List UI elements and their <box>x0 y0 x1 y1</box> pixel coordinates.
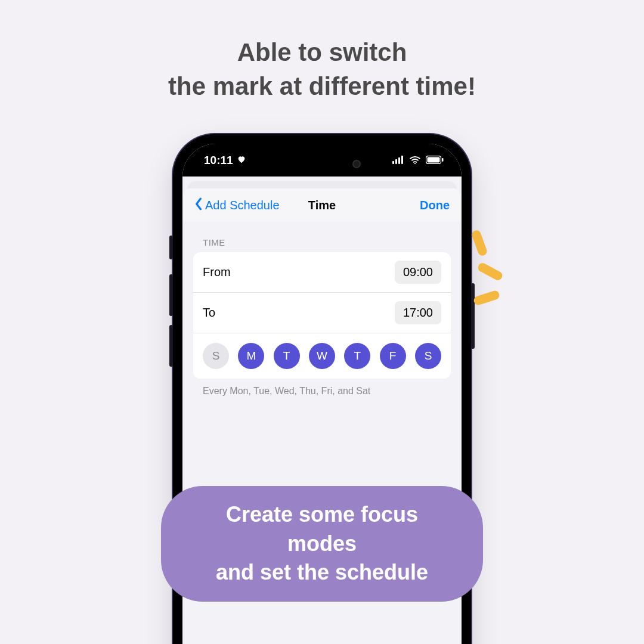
svg-rect-7 <box>442 158 444 162</box>
front-camera-icon <box>352 160 361 168</box>
promo-caption: Create some focus modes and set the sche… <box>161 486 483 602</box>
phone-side-button <box>169 274 173 316</box>
wifi-icon <box>409 154 421 167</box>
promo-headline: Able to switch the mark at different tim… <box>0 36 644 103</box>
time-list: From 09:00 To 17:00 S M T W T F S <box>193 252 451 379</box>
accent-dash-icon <box>473 290 500 306</box>
chevron-left-icon <box>194 197 203 213</box>
status-time: 10:11 <box>204 154 233 167</box>
svg-rect-2 <box>398 157 400 164</box>
schedule-summary: Every Mon, Tue, Wed, Thu, Fri, and Sat <box>182 379 462 397</box>
svg-rect-0 <box>392 161 394 164</box>
modal-sheet: Add Schedule Time Done TIME From 09:00 T… <box>182 188 462 420</box>
to-time-value[interactable]: 17:00 <box>395 301 441 324</box>
svg-rect-1 <box>395 159 397 164</box>
days-row: S M T W T F S <box>193 333 451 379</box>
section-header-time: TIME <box>182 222 462 252</box>
phone-side-button <box>169 325 173 367</box>
cellular-icon <box>392 154 404 167</box>
svg-rect-6 <box>428 157 440 162</box>
accent-dash-icon <box>476 262 504 282</box>
from-row[interactable]: From 09:00 <box>193 252 451 292</box>
to-label: To <box>203 306 215 320</box>
from-label: From <box>203 265 231 279</box>
heart-icon <box>237 154 246 167</box>
from-time-value[interactable]: 09:00 <box>395 261 441 284</box>
dynamic-island <box>277 152 367 176</box>
day-toggle-sat[interactable]: S <box>415 343 441 369</box>
battery-icon <box>426 154 444 167</box>
phone-side-button <box>169 236 173 259</box>
accent-dash-icon <box>470 229 488 256</box>
day-toggle-tue[interactable]: T <box>274 343 300 369</box>
to-row[interactable]: To 17:00 <box>193 292 451 333</box>
back-button[interactable]: Add Schedule <box>194 197 280 213</box>
done-button[interactable]: Done <box>420 199 450 212</box>
nav-bar: Add Schedule Time Done <box>182 188 462 222</box>
day-toggle-sun[interactable]: S <box>203 343 229 369</box>
phone-side-button <box>471 283 475 349</box>
day-toggle-fri[interactable]: F <box>380 343 406 369</box>
day-toggle-mon[interactable]: M <box>238 343 264 369</box>
day-toggle-thu[interactable]: T <box>344 343 370 369</box>
svg-point-4 <box>414 163 416 164</box>
day-toggle-wed[interactable]: W <box>309 343 335 369</box>
svg-rect-3 <box>401 156 403 164</box>
back-label: Add Schedule <box>205 199 280 212</box>
